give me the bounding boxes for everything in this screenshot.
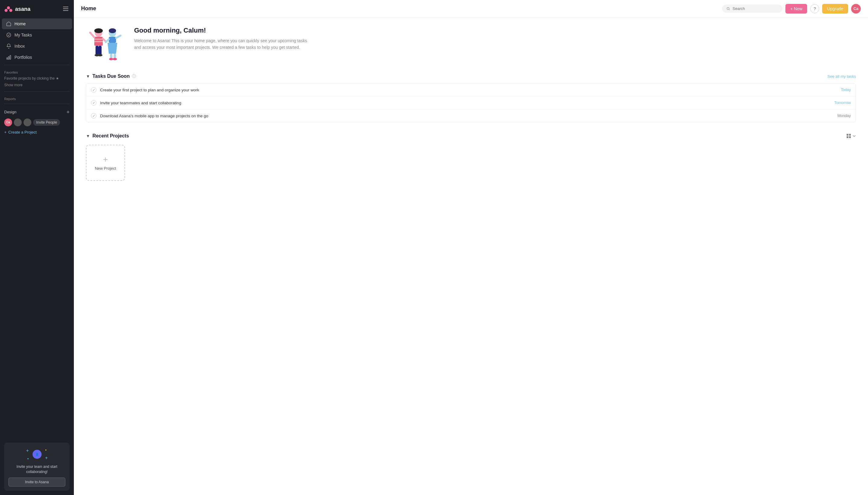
- svg-rect-31: [847, 134, 848, 136]
- svg-point-1: [4, 9, 7, 12]
- svg-rect-9: [10, 55, 11, 59]
- svg-rect-16: [96, 46, 99, 55]
- view-toggle[interactable]: [846, 134, 856, 138]
- welcome-greeting: Good morning, Calum!: [134, 27, 315, 34]
- new-button[interactable]: + New: [785, 4, 807, 14]
- sidebar: asana Home My Tasks: [0, 0, 74, 495]
- upgrade-button[interactable]: Upgrade: [822, 4, 848, 14]
- svg-line-18: [90, 33, 94, 37]
- svg-rect-34: [849, 136, 851, 138]
- svg-line-26: [106, 39, 109, 42]
- main-content: Good morning, Calum! Welcome to Asana! T…: [74, 17, 868, 495]
- user-avatar-topbar[interactable]: Ca: [851, 4, 861, 14]
- tasks-collapse-button[interactable]: ▼: [86, 74, 90, 79]
- task-left-1: ✓ Create your first project to plan and …: [91, 87, 199, 92]
- bell-icon: [6, 44, 12, 49]
- sidebar-header: asana: [0, 0, 74, 18]
- star-icon: ★: [56, 76, 59, 81]
- recent-projects-title-row: ▼ Recent Projects: [86, 133, 129, 139]
- sidebar-item-mytasks-label: My Tasks: [15, 33, 32, 37]
- sidebar-item-inbox-label: Inbox: [15, 44, 25, 49]
- recent-projects-collapse-button[interactable]: ▼: [86, 134, 90, 138]
- new-project-plus-icon: +: [103, 155, 108, 164]
- dot-blue: ●: [28, 457, 29, 460]
- search-box[interactable]: [722, 4, 782, 13]
- svg-point-21: [98, 54, 103, 56]
- chevron-down-icon: [852, 134, 856, 138]
- see-all-tasks-link[interactable]: See all my tasks: [827, 74, 856, 79]
- svg-point-29: [109, 58, 113, 60]
- favorites-hint: Favorite projects by clicking the ★: [0, 75, 74, 82]
- svg-rect-33: [847, 136, 848, 138]
- svg-line-25: [116, 36, 121, 38]
- task-left-2: ✓ Invite your teammates and start collab…: [91, 100, 181, 105]
- projects-grid: + New Project: [86, 145, 856, 181]
- svg-rect-32: [849, 134, 851, 136]
- member-avatar-1: [14, 118, 22, 126]
- plus-dot-2: +: [45, 455, 48, 461]
- task-check-3[interactable]: ✓: [91, 113, 97, 118]
- new-project-card[interactable]: + New Project: [86, 145, 125, 181]
- task-left-3: ✓ Download Asana's mobile app to manage …: [91, 113, 208, 118]
- welcome-section: Good morning, Calum! Welcome to Asana! T…: [86, 27, 856, 63]
- table-row: ✓ Create your first project to plan and …: [86, 84, 856, 97]
- table-row: ✓ Download Asana's mobile app to manage …: [86, 109, 856, 122]
- svg-rect-17: [99, 46, 102, 55]
- task-check-1[interactable]: ✓: [91, 87, 97, 92]
- svg-rect-5: [63, 10, 68, 11]
- tasks-info-icon[interactable]: ⓘ: [132, 73, 136, 79]
- invite-team-card: + + 👤 ● ● Invite your team and start col…: [4, 443, 70, 491]
- help-button[interactable]: ?: [810, 4, 819, 13]
- topbar: Home + New ? Upgrade Ca: [74, 0, 868, 17]
- svg-line-19: [103, 39, 106, 41]
- team-section: Design + Ca Invite People + Create a Pro…: [0, 106, 74, 138]
- sidebar-item-home[interactable]: Home: [2, 18, 72, 29]
- svg-point-6: [7, 33, 11, 37]
- recent-projects-title: Recent Projects: [92, 133, 129, 139]
- invite-people-button[interactable]: Invite People: [33, 119, 60, 126]
- sidebar-divider-1: [4, 65, 70, 65]
- table-row: ✓ Invite your teammates and start collab…: [86, 97, 856, 109]
- reports-label: Reports: [0, 93, 74, 102]
- task-name-3: Download Asana's mobile app to manage pr…: [100, 114, 208, 118]
- new-project-label: New Project: [95, 166, 116, 171]
- favorites-section: Favorites Favorite projects by clicking …: [0, 67, 74, 89]
- sidebar-divider-2: [4, 91, 70, 92]
- team-add-button[interactable]: +: [66, 109, 70, 115]
- asana-logo-text: asana: [15, 6, 31, 12]
- svg-point-0: [7, 6, 10, 9]
- favorites-label: Favorites: [0, 67, 74, 75]
- task-list: ✓ Create your first project to plan and …: [86, 83, 856, 122]
- member-avatar-2: [23, 118, 31, 126]
- sidebar-item-inbox[interactable]: Inbox: [2, 41, 72, 52]
- asana-logo-icon: [4, 5, 13, 13]
- svg-rect-8: [8, 57, 9, 59]
- sidebar-toggle-button[interactable]: [62, 5, 70, 13]
- sidebar-item-home-label: Home: [15, 21, 25, 26]
- sidebar-item-portfolios[interactable]: Portfolios: [2, 52, 72, 63]
- task-check-2[interactable]: ✓: [91, 100, 97, 105]
- welcome-illustration: [86, 27, 125, 63]
- asana-logo: asana: [4, 5, 31, 13]
- invite-asana-button[interactable]: Invite to Asana: [8, 478, 65, 487]
- recent-projects-header: ▼ Recent Projects: [86, 133, 856, 139]
- svg-rect-27: [110, 54, 112, 58]
- create-project-button[interactable]: + Create a Project: [0, 128, 74, 136]
- svg-rect-3: [63, 7, 68, 7]
- team-name: Design: [4, 110, 16, 114]
- search-icon: [726, 7, 730, 11]
- svg-rect-14: [94, 39, 103, 40]
- svg-rect-7: [7, 58, 7, 59]
- home-icon: [6, 21, 12, 27]
- welcome-description: Welcome to Asana! This is your home page…: [134, 37, 315, 51]
- show-more-button[interactable]: Show more: [0, 82, 74, 89]
- search-input[interactable]: [733, 6, 779, 11]
- invite-avatar: 👤: [33, 450, 41, 459]
- recent-projects-section: ▼ Recent Projects +: [86, 133, 856, 181]
- sidebar-item-mytasks[interactable]: My Tasks: [2, 30, 72, 40]
- hamburger-icon: [63, 7, 68, 11]
- grid-icon: [846, 134, 851, 138]
- task-name-2: Invite your teammates and start collabor…: [100, 101, 181, 105]
- bar-chart-icon: [6, 54, 12, 60]
- svg-point-30: [113, 58, 117, 60]
